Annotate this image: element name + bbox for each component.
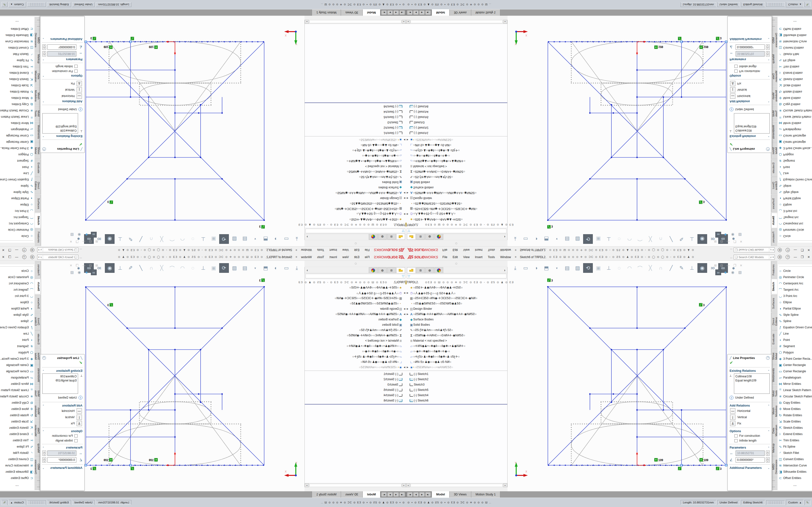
sketch-tool-item[interactable]: ◈ 3 Point Center Recta... — [0, 356, 35, 362]
add-relation-row[interactable]: ⚓ Fix — [728, 420, 772, 427]
sketch-tool-item[interactable]: # Segment — [777, 343, 812, 349]
relation-entry[interactable]: Collinear108 — [735, 375, 768, 379]
model-tab[interactable]: Motion Study 1 — [312, 9, 341, 16]
tree-item[interactable]: ▶ A ○Ƨ5ͶN◉◦✛A✛◉ͶNA○◦○AͶN◉✛A✛◦◉NͶ5Ƨ○ — [305, 312, 406, 317]
tree-item[interactable]: ▱ ○✛ͶN◉♟+○❋◉‖○◦○‖◉❋○+♟◉NͶ✛○ — [305, 158, 406, 164]
sketch-tool-item[interactable]: ◎ Perimeter Circle — [0, 274, 35, 280]
sketch-toolbar-icon[interactable]: ◑ — [531, 234, 541, 244]
sketch-tree-item[interactable]: (-) Sketch2 — [406, 125, 507, 130]
sketch-tool-item[interactable]: ▭ Corner Rectangle — [0, 132, 35, 139]
sketch-tool-item[interactable]: ∿ Style Spline — [0, 312, 35, 318]
ghost-control-icon[interactable]: ❐ — [76, 240, 79, 243]
tree-item[interactable]: ▶ A ○Ƨ5ͶN◉◦✛A✛◉ͶNA○◦○AͶN◉✛A✛◦◉NͶ5Ƨ○ — [406, 190, 507, 195]
collapse-icon[interactable]: ⌃ — [42, 135, 44, 137]
sketch-tool-item[interactable]: ▣ Center Rectangle — [0, 139, 35, 145]
sketch-toolbar-icon[interactable]: ⬒ — [542, 263, 551, 273]
relation-button-icon[interactable]: ⚓ — [77, 81, 82, 86]
expand-arrow-icon[interactable]: ▶ — [406, 313, 409, 315]
sketch-tool-item[interactable]: ⋈ Mirror Entities — [777, 120, 812, 126]
scroll-left-icon[interactable]: ◂ — [402, 483, 406, 487]
tree-horizontal-scrollbar[interactable]: ◂ ▸ — [406, 483, 507, 487]
sketch-tool-item[interactable]: ▣ Center Rectangle — [777, 362, 812, 368]
vcr-button[interactable]: ▶| — [381, 10, 387, 15]
scroll-left-icon[interactable]: ◂ — [406, 20, 410, 24]
sketch-toolbar-icon[interactable]: ⬒ — [261, 234, 270, 244]
menu-item[interactable]: Window — [500, 256, 511, 259]
sketch-tool-item[interactable]: ⧉ Copy Entities — [0, 101, 35, 107]
add-relation-row[interactable]: ⚓ Fix — [728, 80, 772, 87]
minimize-button[interactable]: — — [15, 255, 18, 259]
search-input[interactable] — [43, 249, 73, 251]
tree-item[interactable]: ▶ ■ ¤ ○Ƨ5ƐͶNAᴎ+○◦○+ᴎANͶƐ5Ƨ○ — [406, 364, 507, 370]
view-setting-icon[interactable]: ◉ — [730, 270, 735, 275]
command-tab[interactable]: Markup — [771, 51, 777, 67]
ghost-control-icon[interactable]: ⊡ — [89, 264, 92, 267]
sketch-toolbar-icon[interactable]: ⤓ — [510, 263, 520, 273]
status-pen-icon[interactable]: ✎ — [805, 2, 811, 7]
sketch-toolbar-icon[interactable]: ▤ — [562, 234, 572, 244]
command-tab[interactable]: Features — [35, 229, 41, 246]
menu-item[interactable]: View — [463, 248, 469, 252]
toolbar-overflow-icon[interactable]: ... — [80, 256, 82, 259]
restore-button[interactable]: ❐ — [801, 255, 804, 259]
tree-item[interactable]: ▦ ○Ƨ5✛ƐƎ5Ƨ○ͶN◉◦✛ƆCƐ5Ƨ○◦○Ƨ5ƐƆC✛◦◉NͶ○ — [406, 295, 507, 301]
sketch-tool-item[interactable]: ◫ Convert Entities — [777, 456, 812, 462]
view-setting-icon[interactable]: ▧ — [69, 232, 75, 237]
menu-item[interactable]: Tools — [317, 256, 324, 259]
sketch-tool-item[interactable]: ⊦ Extend Entities — [777, 70, 812, 76]
help-icon[interactable]: ? — [42, 356, 46, 360]
menu-item[interactable]: Window — [301, 248, 312, 252]
relation-button-icon[interactable]: — — [730, 408, 735, 413]
command-tab[interactable]: Evaluate — [771, 331, 777, 348]
ghost-control-icon[interactable]: ✕ — [740, 240, 743, 243]
sketch-tool-item[interactable]: ⊂ Offset Entities — [0, 475, 35, 481]
expand-arrow-icon[interactable]: ▶ — [403, 192, 406, 194]
search-box[interactable]: ❑ ⌕ ▾ — [734, 255, 775, 260]
menu-item[interactable]: View — [343, 256, 349, 259]
angle-field[interactable]: 0.00000000° — [735, 457, 765, 463]
option-row[interactable]: Infinite length — [40, 438, 84, 443]
menu-item[interactable]: View — [343, 248, 349, 252]
tree-item[interactable]: ◆ Surface Bodies — [406, 185, 507, 190]
command-tab[interactable]: Sketch — [771, 213, 777, 228]
sketch-toolbar-icon[interactable]: ⊥ — [604, 263, 614, 273]
option-row[interactable]: For construction — [728, 69, 772, 74]
ghost-control-icon[interactable]: ⊞ — [714, 240, 717, 243]
sketch-toolbar-icon[interactable]: ⟲ — [583, 263, 593, 273]
sketch-tool-item[interactable]: ◈ 3 Point Center Recta... — [777, 145, 812, 151]
sketch-toolbar-icon[interactable]: ∩ — [656, 263, 666, 273]
tree-item[interactable]: ▶ ■ ¤ ○Ƨ5ƐͶNAᴎ+○◦○+ᴎANͶƐ5Ƨ○ — [305, 364, 406, 370]
vcr-button[interactable]: ▶ — [419, 492, 425, 497]
sketch-tool-item[interactable]: ✂ Trim Entities — [0, 63, 35, 70]
titlebar-toolbar-icons[interactable]: ⊙ ƐƎ ⊙ Ш ⊙ ⊙ ⊙ ✛ ⊙ ƆC ⊙ ƐƎ ⊙ ◦ ⊙ Ƨ5 ⊙ ♟ … — [83, 248, 263, 251]
tree-item[interactable]: ▶ ◷ ○人♟◉✛Ƨ5◦ƹ○◦○ƹ◦5Ƨ✛◉♟人○ — [305, 290, 406, 295]
menu-item[interactable]: File — [443, 248, 447, 252]
sketch-tool-item[interactable]: ✳ Circular Sketch Pattern — [0, 107, 35, 114]
tree-item[interactable]: ✎ ○Ƨ5◦Ꞃǂ♟Am○◦○mA♟ǂꞂ◦5Ƨ○ — [305, 327, 406, 333]
view-setting-icon[interactable]: ● — [84, 270, 89, 275]
scroll-track[interactable] — [309, 484, 401, 487]
tree-item[interactable]: ◆ Surface Bodies — [406, 317, 507, 322]
sketch-tool-item[interactable]: ▭ Corner Rectangle — [777, 368, 812, 375]
tree-item[interactable]: ★ ○Ƨ5Ɛ✛◦♟◉ɅAΦ○◦○ΦAɅ◉♟◦✛Ɛ5Ƨ○ — [406, 285, 507, 290]
sketch-toolbar-icon[interactable]: ⊥ — [115, 263, 125, 273]
sketch-toolbar-icon[interactable]: ◑ — [271, 263, 281, 273]
scroll-track[interactable] — [309, 20, 401, 23]
angle-field[interactable]: 0.00000000° — [47, 44, 77, 50]
featuremanager-tree-tab[interactable] — [396, 234, 405, 240]
sketch-tool-item[interactable]: ⊦ Extend Entities — [777, 431, 812, 437]
expand-arrow-icon[interactable]: ▶ — [403, 138, 406, 141]
menu-item[interactable]: View — [463, 256, 469, 259]
command-tab[interactable]: Evaluate — [35, 331, 41, 348]
sketch-toolbar-icon[interactable]: ⬒ — [261, 263, 270, 273]
tree-item[interactable]: ▱ ○✛ͶN◉♟+○❋◉‖○◦○‖◉❋○+♟◉NͶ✛○ — [406, 343, 507, 349]
sketch-tool-item[interactable]: ⇱ Stretch Entities — [0, 425, 35, 431]
sketch-toolbar-icon[interactable]: ⊥ — [687, 263, 697, 273]
tree-item[interactable]: ✎ ○Ƨ5◦Ꞃǂ♟Am○◦○mA♟ǂꞂ◦5Ƨ○ — [406, 327, 507, 333]
command-tab[interactable]: Evaluate — [771, 159, 777, 176]
command-tab[interactable]: Sheet Metal — [771, 143, 777, 159]
configurationmanager-tab[interactable]: ⊕ — [378, 234, 387, 240]
tree-item[interactable]: ▱ ○◦◉✛○❋◉‖○◦○‖◉❋○✛◉◦○ — [406, 349, 507, 354]
command-tab[interactable]: Evaluate — [35, 159, 41, 176]
tree-item[interactable]: ≣ Material < not specified > — [406, 338, 507, 343]
